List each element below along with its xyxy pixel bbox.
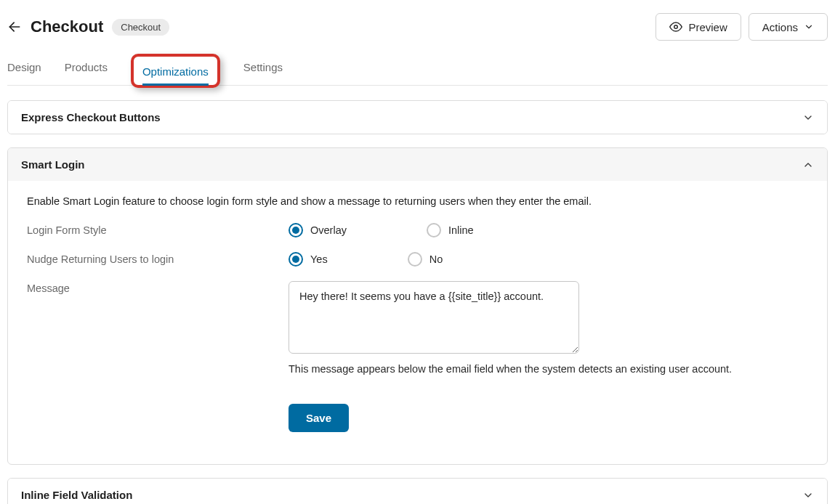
tab-highlight-annotation: Optimizations bbox=[131, 54, 220, 88]
message-help-text: This message appears below the email fie… bbox=[289, 363, 808, 375]
label-message: Message bbox=[27, 281, 289, 294]
header-left: Checkout Checkout bbox=[7, 17, 169, 36]
page-title: Checkout bbox=[31, 17, 103, 36]
actions-button[interactable]: Actions bbox=[749, 13, 828, 41]
panel-title: Smart Login bbox=[21, 158, 85, 171]
header-right: Preview Actions bbox=[656, 13, 828, 41]
radio-label: Overlay bbox=[310, 224, 347, 236]
chevron-down-icon bbox=[804, 22, 814, 32]
radio-icon bbox=[408, 252, 422, 267]
row-save: Save bbox=[27, 389, 808, 432]
radio-icon bbox=[289, 252, 303, 267]
message-textarea[interactable] bbox=[289, 281, 579, 354]
panel-body-smart-login: Enable Smart Login feature to choose log… bbox=[8, 181, 827, 464]
chevron-up-icon bbox=[802, 159, 814, 171]
message-control: This message appears below the email fie… bbox=[289, 281, 808, 375]
preview-button[interactable]: Preview bbox=[656, 13, 741, 41]
panel-header-inline-validation[interactable]: Inline Field Validation bbox=[8, 479, 827, 504]
radio-group-login-form-style: Overlay Inline bbox=[289, 223, 808, 237]
radio-yes[interactable]: Yes bbox=[289, 252, 328, 267]
page-type-badge: Checkout bbox=[112, 19, 169, 36]
row-login-form-style: Login Form Style Overlay Inline bbox=[27, 223, 808, 237]
radio-group-nudge: Yes No bbox=[289, 252, 808, 267]
label-nudge: Nudge Returning Users to login bbox=[27, 252, 289, 265]
radio-icon bbox=[289, 223, 303, 237]
eye-icon bbox=[669, 20, 682, 33]
tab-optimizations[interactable]: Optimizations bbox=[142, 58, 209, 85]
back-arrow-icon[interactable] bbox=[7, 20, 22, 34]
tab-bar: Design Products Optimizations Settings bbox=[7, 54, 828, 86]
tab-design[interactable]: Design bbox=[7, 54, 41, 85]
tab-settings[interactable]: Settings bbox=[243, 54, 283, 85]
tab-products[interactable]: Products bbox=[65, 54, 108, 85]
panel-header-express-checkout[interactable]: Express Checkout Buttons bbox=[8, 101, 827, 134]
panel-smart-login: Smart Login Enable Smart Login feature t… bbox=[7, 147, 828, 465]
panels-container: Express Checkout Buttons Smart Login Ena… bbox=[7, 100, 828, 504]
panel-inline-field-validation: Inline Field Validation bbox=[7, 478, 828, 504]
chevron-down-icon bbox=[802, 112, 814, 123]
radio-inline[interactable]: Inline bbox=[427, 223, 474, 237]
panel-title: Express Checkout Buttons bbox=[21, 111, 161, 123]
panel-title: Inline Field Validation bbox=[21, 489, 132, 501]
row-message: Message This message appears below the e… bbox=[27, 281, 808, 375]
row-nudge-returning-users: Nudge Returning Users to login Yes No bbox=[27, 252, 808, 267]
svg-point-1 bbox=[674, 25, 678, 29]
panel-header-smart-login[interactable]: Smart Login bbox=[8, 148, 827, 181]
chevron-down-icon bbox=[802, 489, 814, 501]
actions-button-label: Actions bbox=[762, 21, 798, 33]
radio-label: Yes bbox=[310, 253, 328, 265]
radio-no[interactable]: No bbox=[408, 252, 443, 267]
radio-label: No bbox=[429, 253, 443, 265]
save-button[interactable]: Save bbox=[289, 404, 349, 432]
panel-express-checkout: Express Checkout Buttons bbox=[7, 100, 828, 134]
radio-overlay[interactable]: Overlay bbox=[289, 223, 347, 237]
preview-button-label: Preview bbox=[688, 21, 727, 33]
smart-login-description: Enable Smart Login feature to choose log… bbox=[27, 195, 808, 207]
page-header: Checkout Checkout Preview Actions bbox=[7, 7, 828, 54]
radio-icon bbox=[427, 223, 441, 237]
radio-label: Inline bbox=[448, 224, 474, 236]
label-login-form-style: Login Form Style bbox=[27, 223, 289, 236]
